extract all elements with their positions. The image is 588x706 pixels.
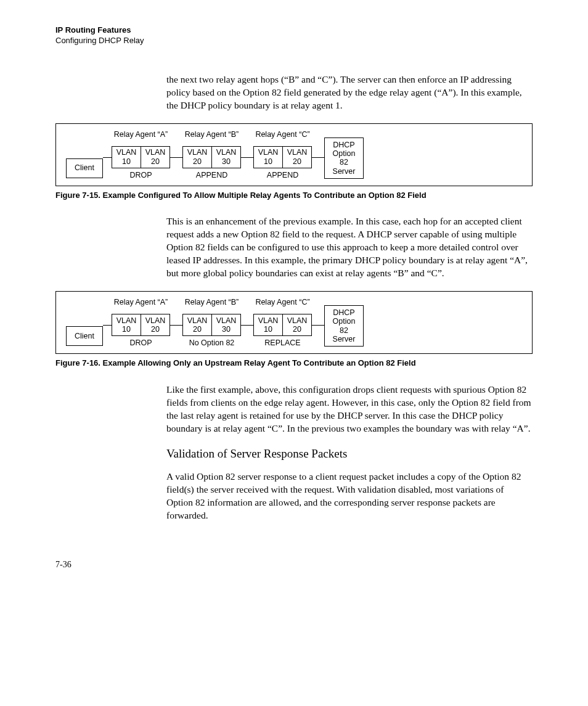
body-para-4: A valid Option 82 server response to a c… [166, 470, 533, 522]
figure-7-15-caption: Figure 7-15. Example Configured To Allow… [55, 190, 533, 200]
relay-agent-c-mode: APPEND [267, 171, 298, 179]
connector-line [103, 325, 112, 326]
relay-agent-a-mode: DROP [129, 339, 152, 347]
client-box: Client [66, 158, 103, 178]
relay-agent-b-mode: No Option 82 [189, 339, 235, 347]
relay-agent-a-label: Relay Agent “A” [114, 298, 168, 309]
relay-agent-c-box: VLAN10 VLAN20 [253, 146, 312, 168]
connector-line [241, 157, 253, 158]
connector-line [170, 157, 182, 158]
relay-agent-a-box: VLAN10 VLAN20 [112, 314, 170, 336]
section-heading: Validation of Server Response Packets [166, 446, 533, 461]
relay-agent-c-mode: REPLACE [264, 339, 300, 347]
relay-agent-c-label: Relay Agent “C” [255, 298, 309, 309]
relay-agent-b-box: VLAN20 VLAN30 [182, 314, 241, 336]
relay-agent-c-box: VLAN10 VLAN20 [253, 314, 312, 336]
relay-agent-b-mode: APPEND [196, 171, 227, 179]
connector-line [170, 325, 182, 326]
connector-line [312, 325, 324, 326]
connector-line [312, 157, 324, 158]
figure-7-16-caption: Figure 7-16. Example Allowing Only an Up… [55, 358, 533, 368]
client-box: Client [66, 326, 103, 346]
relay-agent-a-label: Relay Agent “A” [114, 130, 168, 141]
dhcp-server-box: DHCP Option 82 Server [324, 305, 364, 347]
connector-line [241, 325, 253, 326]
figure-7-16-diagram: Client Relay Agent “A” VLAN10 VLAN20 DRO… [55, 291, 533, 354]
relay-agent-a-box: VLAN10 VLAN20 [112, 146, 170, 168]
relay-agent-b-box: VLAN20 VLAN30 [182, 146, 241, 168]
body-para-3: Like the first example, above, this conf… [166, 384, 533, 435]
running-header: IP Routing Features Configuring DHCP Rel… [55, 25, 533, 46]
body-para-2: This is an enhancement of the previous e… [166, 215, 533, 280]
body-para-1: the next two relay agent hops (“B” and “… [166, 73, 533, 112]
page-number: 7-36 [55, 559, 533, 571]
figure-7-15-diagram: Client Relay Agent “A” VLAN10 VLAN20 DRO… [55, 123, 533, 186]
relay-agent-b-label: Relay Agent “B” [185, 130, 239, 141]
connector-line [103, 157, 112, 158]
relay-agent-a-mode: DROP [129, 171, 152, 179]
relay-agent-b-label: Relay Agent “B” [185, 298, 239, 309]
dhcp-server-box: DHCP Option 82 Server [324, 138, 364, 179]
header-title: IP Routing Features [55, 25, 533, 35]
relay-agent-c-label: Relay Agent “C” [255, 130, 309, 141]
header-subtitle: Configuring DHCP Relay [55, 35, 533, 46]
